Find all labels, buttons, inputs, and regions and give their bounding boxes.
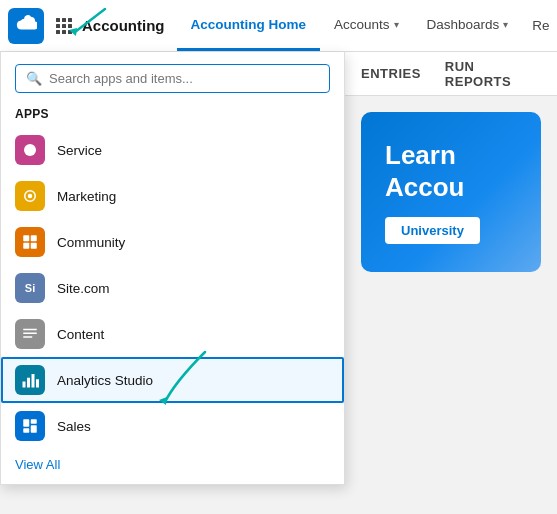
svg-rect-2 — [62, 18, 66, 22]
app-item-content[interactable]: Content — [1, 311, 344, 357]
svg-rect-5 — [62, 24, 66, 28]
app-label-marketing: Marketing — [57, 189, 116, 204]
app-item-sitecom[interactable]: Si Site.com — [1, 265, 344, 311]
search-wrap: 🔍 — [1, 64, 344, 103]
svg-rect-1 — [56, 18, 60, 22]
svg-rect-21 — [27, 378, 30, 388]
app-name: Accounting — [82, 17, 165, 34]
app-item-analytics-studio[interactable]: Analytics Studio — [1, 357, 344, 403]
svg-rect-6 — [68, 24, 72, 28]
svg-rect-17 — [23, 329, 37, 331]
dashboards-chevron-icon: ▾ — [503, 19, 508, 30]
nav-tabs: Accounting Home Accounts ▾ Dashboards ▾ … — [177, 0, 558, 51]
svg-rect-24 — [23, 419, 29, 427]
app-item-service[interactable]: Service — [1, 127, 344, 173]
blue-card-line1: Learn Accou — [385, 140, 464, 202]
apps-section-label: Apps — [1, 103, 344, 127]
svg-point-12 — [28, 194, 33, 199]
svg-rect-4 — [56, 24, 60, 28]
content-icon — [15, 319, 45, 349]
grid-button[interactable] — [48, 10, 80, 42]
navbar: Accounting Accounting Home Accounts ▾ Da… — [0, 0, 557, 52]
search-icon: 🔍 — [26, 71, 42, 86]
svg-rect-26 — [23, 428, 29, 433]
svg-rect-13 — [23, 235, 29, 241]
search-box[interactable]: 🔍 — [15, 64, 330, 93]
svg-rect-14 — [31, 235, 37, 241]
sub-nav-run-reports[interactable]: RUN REPORTS — [445, 59, 541, 89]
main-content: 🔍 Apps Service Marketing — [0, 52, 557, 514]
app-label-sitecom: Site.com — [57, 281, 110, 296]
app-label-content: Content — [57, 327, 104, 342]
accounts-chevron-icon: ▾ — [394, 19, 399, 30]
right-content: ENTRIES RUN REPORTS Learn Accou Universi… — [345, 52, 557, 514]
tab-accounts[interactable]: Accounts ▾ — [320, 0, 413, 51]
svg-rect-19 — [23, 336, 32, 338]
sub-nav-entries[interactable]: ENTRIES — [361, 66, 421, 81]
svg-rect-15 — [23, 243, 29, 249]
app-label-community: Community — [57, 235, 125, 250]
community-icon — [15, 227, 45, 257]
app-label-sales: Sales — [57, 419, 91, 434]
svg-rect-16 — [31, 243, 37, 249]
view-all-link[interactable]: View All — [1, 449, 74, 476]
marketing-icon — [15, 181, 45, 211]
service-icon — [15, 135, 45, 165]
svg-rect-20 — [23, 382, 26, 388]
tab-dashboards[interactable]: Dashboards ▾ — [413, 0, 523, 51]
salesforce-logo-icon — [15, 15, 37, 37]
app-label-service: Service — [57, 143, 102, 158]
grid-icon — [55, 17, 73, 35]
svg-rect-3 — [68, 18, 72, 22]
sitecom-icon: Si — [15, 273, 45, 303]
svg-rect-7 — [56, 30, 60, 34]
svg-rect-27 — [31, 425, 37, 433]
app-switcher-dropdown: 🔍 Apps Service Marketing — [0, 52, 345, 485]
svg-rect-23 — [36, 379, 39, 387]
svg-rect-25 — [31, 419, 37, 424]
tab-accounting-home[interactable]: Accounting Home — [177, 0, 321, 51]
app-item-community[interactable]: Community — [1, 219, 344, 265]
app-item-marketing[interactable]: Marketing — [1, 173, 344, 219]
svg-rect-22 — [32, 374, 35, 388]
tab-more[interactable]: Re — [522, 0, 557, 51]
search-input[interactable] — [49, 71, 319, 86]
app-logo — [8, 8, 44, 44]
svg-point-10 — [24, 144, 36, 156]
app-item-sales[interactable]: Sales — [1, 403, 344, 449]
svg-rect-18 — [23, 333, 37, 335]
university-button[interactable]: University — [385, 217, 480, 244]
sub-navbar: ENTRIES RUN REPORTS — [345, 52, 557, 96]
blue-card: Learn Accou University — [361, 112, 541, 272]
app-list: Service Marketing Community Si Site.com — [1, 127, 344, 449]
sales-icon — [15, 411, 45, 441]
svg-rect-8 — [62, 30, 66, 34]
app-label-analytics-studio: Analytics Studio — [57, 373, 153, 388]
svg-rect-9 — [68, 30, 72, 34]
analytics-studio-icon — [15, 365, 45, 395]
